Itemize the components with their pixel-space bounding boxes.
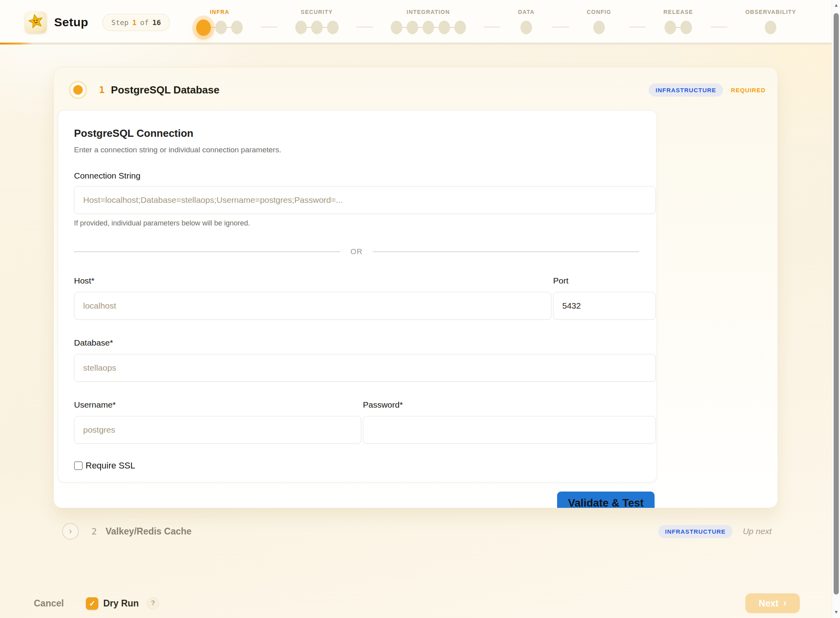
required-badge: REQUIRED bbox=[731, 87, 766, 93]
step-dot bbox=[765, 21, 776, 34]
stepper-group-release: RELEASE bbox=[663, 9, 693, 36]
step-dot bbox=[423, 21, 434, 34]
chevron-right-icon: › bbox=[69, 526, 72, 536]
step-current: 1 bbox=[132, 18, 136, 27]
next-button-label: Next bbox=[759, 598, 779, 609]
require-ssl-checkbox[interactable] bbox=[74, 461, 83, 470]
validate-test-button[interactable]: Validate & Test bbox=[557, 492, 655, 508]
step-word: Step bbox=[111, 18, 129, 27]
scrollbar[interactable]: ▲ ▼ bbox=[832, 0, 840, 618]
page-title: Setup bbox=[54, 16, 88, 29]
or-divider: OR bbox=[74, 247, 639, 256]
port-label: Port bbox=[553, 276, 656, 286]
host-input[interactable] bbox=[74, 292, 552, 320]
form-subheading: Enter a connection string or individual … bbox=[74, 146, 656, 154]
category-badge: INFRASTRUCTURE bbox=[649, 84, 723, 97]
connection-string-label: Connection String bbox=[74, 171, 656, 181]
step-total: 16 bbox=[152, 18, 161, 27]
step-dot bbox=[665, 21, 676, 34]
step-dot bbox=[407, 21, 418, 34]
stepper-group-infra: INFRA bbox=[196, 9, 243, 36]
footer-bar: Cancel ✓ Dry Run ? Next › bbox=[0, 591, 832, 616]
database-input[interactable] bbox=[74, 354, 656, 382]
or-label: OR bbox=[351, 247, 363, 256]
dry-run-label: Dry Run bbox=[103, 598, 138, 609]
step-dot bbox=[520, 21, 532, 34]
stepper-label: RELEASE bbox=[663, 9, 693, 15]
database-label: Database* bbox=[74, 338, 656, 348]
active-step-indicator-icon bbox=[69, 81, 87, 99]
step-dot bbox=[439, 21, 450, 34]
connection-form-panel: PostgreSQL Connection Enter a connection… bbox=[58, 110, 657, 482]
step-counter-badge: Step 1 of 16 bbox=[102, 14, 170, 31]
step-dot bbox=[311, 21, 323, 34]
expand-step-button[interactable]: › bbox=[62, 523, 79, 540]
next-button[interactable]: Next › bbox=[745, 593, 800, 613]
step-dot bbox=[454, 21, 466, 34]
username-label: Username* bbox=[74, 400, 361, 410]
stepper-label: DATA bbox=[518, 9, 535, 15]
stepper-connector bbox=[711, 27, 727, 27]
up-next-status: Up next bbox=[743, 527, 772, 536]
require-ssl-label: Require SSL bbox=[86, 461, 135, 471]
stepper-group-config: CONFIG bbox=[587, 9, 612, 36]
setup-progress-track bbox=[0, 43, 840, 45]
stepper-label: CONFIG bbox=[587, 9, 612, 15]
setup-progress-fill bbox=[0, 43, 33, 45]
step-dot bbox=[593, 21, 605, 34]
scroll-up-arrow-icon[interactable]: ▲ bbox=[832, 2, 840, 8]
main-content: 1 PostgreSQL Database INFRASTRUCTURE REQ… bbox=[0, 45, 840, 546]
app-logo bbox=[25, 12, 47, 33]
cancel-button[interactable]: Cancel bbox=[34, 598, 64, 609]
dry-run-checkbox[interactable]: ✓ bbox=[86, 597, 98, 610]
step-dot bbox=[391, 21, 402, 34]
step-dot bbox=[327, 21, 339, 34]
next-step-number: 2 bbox=[92, 527, 97, 536]
step-dot-active bbox=[196, 19, 211, 36]
step-dot bbox=[295, 21, 307, 34]
stepper-group-security: SECURITY bbox=[295, 9, 339, 36]
postgresql-step-card: 1 PostgreSQL Database INFRASTRUCTURE REQ… bbox=[53, 67, 778, 508]
next-category-badge: INFRASTRUCTURE bbox=[658, 525, 732, 538]
next-step-title: Valkey/Redis Cache bbox=[105, 526, 191, 537]
step-number: 1 bbox=[99, 85, 105, 95]
scrollbar-thumb[interactable] bbox=[834, 13, 839, 595]
stepper-group-observability: OBSERVABILITY bbox=[745, 9, 796, 36]
port-input[interactable] bbox=[553, 292, 656, 320]
next-chevron-icon: › bbox=[783, 597, 786, 608]
scroll-down-arrow-icon[interactable]: ▼ bbox=[832, 609, 840, 615]
dry-run-help-button[interactable]: ? bbox=[147, 597, 159, 610]
host-label: Host* bbox=[74, 276, 552, 286]
next-step-row[interactable]: › 2 Valkey/Redis Cache INFRASTRUCTURE Up… bbox=[53, 516, 778, 546]
password-label: Password* bbox=[363, 400, 656, 410]
stepper-connector bbox=[552, 27, 569, 27]
connection-string-input[interactable] bbox=[74, 186, 656, 214]
step-title: PostgreSQL Database bbox=[111, 84, 220, 96]
stepper-connector bbox=[629, 27, 646, 27]
stepper-connector bbox=[261, 27, 277, 27]
step-dot bbox=[680, 21, 692, 34]
step-of: of bbox=[140, 18, 149, 27]
stepper-label: SECURITY bbox=[301, 9, 333, 15]
stepper-label: INFRA bbox=[210, 9, 230, 15]
stepper-connector bbox=[356, 27, 373, 27]
username-input[interactable] bbox=[74, 416, 361, 444]
star-mascot-icon bbox=[27, 13, 44, 31]
help-icon: ? bbox=[151, 599, 155, 607]
stepper-group-data: DATA bbox=[518, 9, 535, 36]
card-header: 1 PostgreSQL Database INFRASTRUCTURE REQ… bbox=[54, 67, 778, 99]
stepper-connector bbox=[483, 27, 500, 27]
wizard-stepper: INFRASECURITYINTEGRATIONDATACONFIGRELEAS… bbox=[196, 9, 796, 36]
password-input[interactable] bbox=[363, 416, 656, 444]
header: Setup Step 1 of 16 INFRASECURITYINTEGRAT… bbox=[0, 0, 840, 45]
step-dot bbox=[215, 21, 227, 34]
stepper-label: OBSERVABILITY bbox=[745, 9, 796, 15]
form-heading: PostgreSQL Connection bbox=[74, 127, 656, 140]
connection-string-help: If provided, individual parameters below… bbox=[74, 219, 656, 227]
stepper-label: INTEGRATION bbox=[407, 9, 450, 15]
brand: Setup Step 1 of 16 bbox=[25, 12, 170, 33]
stepper-group-integration: INTEGRATION bbox=[391, 9, 466, 36]
check-icon: ✓ bbox=[89, 599, 95, 608]
step-dot bbox=[231, 21, 243, 34]
